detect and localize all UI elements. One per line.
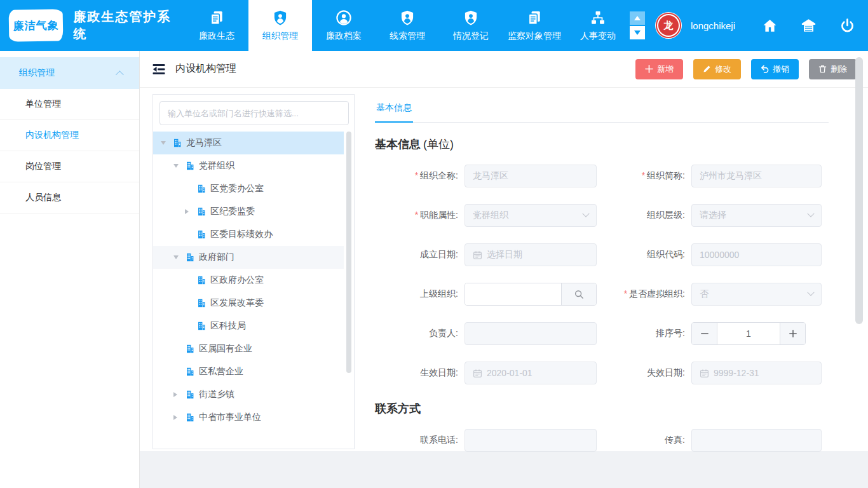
delete-button[interactable]: 删除	[809, 59, 857, 79]
sidebar-group-zuzhiguanli[interactable]: 组织管理	[0, 57, 139, 89]
nav-item-qingkuangdengji[interactable]: 情况登记	[439, 0, 503, 51]
field-label: 排序号:	[602, 328, 691, 339]
phone-input	[465, 429, 597, 452]
sidebar-item-danweiguanli[interactable]: 单位管理	[0, 89, 139, 120]
building-icon	[185, 344, 195, 354]
tab-basic-info[interactable]: 基本信息	[375, 102, 413, 123]
sidebar-item-neishejigou[interactable]: 内设机构管理	[0, 120, 139, 151]
tree-node[interactable]: 龙马潭区	[153, 132, 344, 154]
username: longchikeji	[691, 20, 735, 31]
parent-org-search-button[interactable]	[561, 283, 596, 305]
caret-up-icon	[634, 16, 641, 20]
building-icon	[196, 275, 207, 285]
tree-node[interactable]: 区私营企业	[153, 360, 344, 383]
caret-right-icon[interactable]	[185, 208, 196, 215]
field-label: *职能属性:	[375, 210, 465, 221]
power-icon[interactable]	[839, 18, 855, 34]
field-org-level: 组织层级: 请选择	[602, 204, 829, 227]
caret-down-icon[interactable]	[161, 140, 172, 146]
field-label: 生效日期:	[375, 367, 465, 379]
tree-node[interactable]: 区党委办公室	[153, 177, 344, 200]
tree-node[interactable]: 街道乡镇	[153, 383, 344, 406]
avatar-seal: 龙	[657, 14, 680, 37]
tree-node[interactable]: 中省市事业单位	[153, 406, 344, 429]
main-area: 内设机构管理 新增 修改 撤销 删除	[140, 51, 868, 488]
building-icon	[172, 138, 182, 148]
caret-placeholder	[185, 277, 196, 283]
tree-node[interactable]: 区政府办公室	[153, 269, 344, 292]
calendar-icon	[700, 369, 709, 378]
caret-placeholder	[185, 323, 196, 329]
caret-down-icon[interactable]	[173, 163, 185, 169]
tree-node[interactable]: 区科技局	[153, 315, 344, 337]
building-icon	[196, 229, 207, 240]
sitemap-icon	[590, 10, 606, 26]
page-title: 内设机构管理	[175, 62, 236, 76]
is-virtual-select: 否	[691, 283, 822, 306]
org-short-name-input: 泸州市龙马潭区	[691, 165, 822, 187]
field-sort-no: 排序号: 1	[602, 322, 829, 345]
avatar[interactable]: 龙	[655, 12, 682, 39]
caret-placeholder	[185, 300, 196, 306]
add-button[interactable]: 新增	[635, 59, 683, 79]
parent-org-input[interactable]	[465, 283, 561, 305]
plus-icon	[645, 65, 653, 73]
field-expire-date: 失效日期: 9999-12-31	[602, 362, 829, 384]
field-label: 负责人:	[375, 328, 465, 339]
content-scrollbar[interactable]	[855, 57, 863, 324]
nav-item-jianchaduixiang[interactable]: 监察对象管理	[503, 0, 566, 51]
tree-node[interactable]: 区委目标绩效办	[153, 223, 344, 246]
sidebar-item-gangweiguanli[interactable]: 岗位管理	[0, 151, 139, 182]
sort-no-value[interactable]: 1	[717, 323, 780, 344]
tree-node[interactable]: 区纪委监委	[153, 200, 344, 223]
decrement-button[interactable]	[692, 323, 717, 344]
nav-item-xiansuoguanli[interactable]: 线索管理	[376, 0, 439, 51]
field-label: 传真:	[602, 435, 691, 446]
edit-button[interactable]: 修改	[693, 59, 741, 79]
plus-icon	[789, 330, 797, 337]
caret-right-icon[interactable]	[173, 414, 185, 421]
caret-down-icon[interactable]	[173, 254, 185, 261]
org-tree-panel: 龙马潭区 党群组织 区党委办公室 区纪委监委	[153, 94, 355, 449]
tree-node[interactable]: 政府部门	[153, 246, 344, 269]
building-icon	[185, 161, 195, 171]
seal-logo-text: 廉洁气象	[13, 18, 58, 33]
tree-node[interactable]: 区发展改革委	[153, 292, 344, 315]
building-icon	[196, 298, 207, 308]
nav-item-lianzhengshengtai[interactable]: 廉政生态	[185, 0, 248, 51]
building-icon	[196, 321, 207, 331]
tree-node[interactable]: 区属国有企业	[153, 337, 344, 360]
calendar-icon	[473, 250, 482, 260]
fold-menu-icon[interactable]	[151, 62, 166, 77]
sort-no-stepper: 1	[691, 322, 806, 345]
undo-button[interactable]: 撤销	[751, 59, 799, 79]
tree-search-input[interactable]	[159, 101, 349, 125]
field-leader: 负责人:	[375, 322, 602, 345]
shield-user-icon	[272, 10, 288, 26]
effective-date-picker: 2020-01-01	[465, 362, 597, 384]
scroll-down-button[interactable]	[630, 26, 645, 39]
tree-node[interactable]: 党群组织	[153, 154, 344, 177]
scroll-up-button[interactable]	[630, 11, 645, 25]
increment-button[interactable]	[780, 323, 805, 344]
nav-item-zuzhiguanli[interactable]: 组织管理	[248, 0, 312, 51]
nav-item-lianzhengdangan[interactable]: 廉政档案	[312, 0, 376, 51]
required-mark: *	[642, 170, 645, 180]
detail-form: 基本信息 基本信息(单位) *组织全称: 龙马潭区 *组织简称: 泸州市龙马潭区	[375, 94, 829, 451]
user-circle-icon	[336, 10, 352, 26]
field-found-date: 成立日期: 选择日期	[375, 243, 602, 266]
minus-icon	[701, 330, 709, 337]
tree-scrollbar[interactable]	[346, 132, 351, 373]
function-attr-select: 党群组织	[465, 204, 597, 227]
caret-placeholder	[173, 346, 185, 352]
section-title-basic: 基本信息(单位)	[375, 137, 829, 152]
home-icon[interactable]	[762, 18, 778, 34]
chevron-down-icon	[807, 210, 814, 217]
building-icon	[185, 390, 195, 400]
field-function-attr: *职能属性: 党群组织	[375, 204, 602, 227]
archive-icon[interactable]	[801, 18, 817, 34]
sidebar-item-renyuanxinxi[interactable]: 人员信息	[0, 182, 139, 214]
caret-right-icon[interactable]	[173, 391, 185, 398]
nav-item-renshibiandong[interactable]: 人事变动	[566, 0, 630, 51]
found-date-picker: 选择日期	[465, 243, 597, 266]
